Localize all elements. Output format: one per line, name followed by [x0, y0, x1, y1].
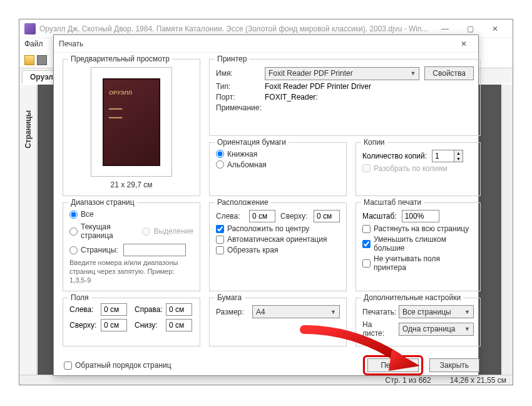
printer-note-label: Примечание:	[216, 103, 260, 112]
check-shrink[interactable]: Уменьшить слишком большие	[362, 235, 474, 252]
paper-size-value: A4	[256, 308, 265, 316]
paper-size-combo[interactable]: A4▼	[252, 305, 340, 318]
vertical-scrollbar[interactable]	[502, 85, 513, 375]
printer-type-value: Foxit Reader PDF Printer Driver	[265, 82, 371, 91]
preview-group: Предварительный просмотр ОРУЭЛЛ ━━━━━━ 2…	[63, 59, 200, 196]
orientation-group: Ориентация бумаги Книжная Альбомная	[209, 142, 347, 197]
main-title: Оруэлл Дж. Скотный Двор. 1984. Памяти Ка…	[39, 24, 432, 33]
margin-left-input[interactable]	[101, 303, 127, 316]
scale-label: Масштаб:	[362, 212, 397, 221]
layout-group-title: Расположение	[215, 198, 271, 207]
dialog-title: Печать	[59, 39, 454, 48]
orientation-group-title: Ориентация бумаги	[215, 138, 289, 147]
printer-port-label: Порт:	[216, 93, 260, 102]
copies-group-title: Копии	[361, 138, 387, 147]
check-collate: Разобрать по копиям	[362, 164, 474, 173]
close-dialog-button[interactable]: Закрыть	[429, 358, 479, 372]
spin-down-icon[interactable]: ▼	[454, 156, 463, 162]
scale-group-title: Масштаб печати	[361, 198, 424, 207]
margin-bottom-label: Снизу:	[135, 321, 163, 330]
preview-page: ОРУЭЛЛ ━━━━━━	[91, 67, 172, 177]
printer-name-combo[interactable]: Foxit Reader PDF Printer▼	[265, 67, 419, 80]
check-crop[interactable]: Обрезать края	[216, 246, 340, 254]
margin-right-label: Справа:	[135, 305, 163, 314]
layout-left-label: Слева:	[216, 212, 244, 221]
extra-group: Дополнительные настройки Печатать: Все с…	[356, 298, 481, 346]
printer-name-label: Имя:	[216, 69, 260, 78]
print-button[interactable]: Печать	[367, 358, 418, 372]
range-pages-input[interactable]	[123, 244, 186, 256]
preview-dimensions: 21 x 29,7 см	[111, 180, 153, 189]
radio-landscape-input[interactable]	[216, 160, 224, 169]
range-group: Диапазон страниц Все Текущая страница Вы…	[63, 202, 200, 291]
printer-port-value: FOXIT_Reader:	[265, 93, 318, 102]
paper-group: Бумага Размер: A4▼	[209, 298, 347, 346]
scale-group: Масштаб печати Масштаб: Растянуть на всю…	[356, 202, 481, 291]
margin-top-label: Сверху:	[69, 321, 98, 330]
radio-range-all[interactable]: Все	[69, 210, 193, 219]
layout-group: Расположение Слева: Сверху: Расположить …	[209, 202, 347, 291]
range-group-title: Диапазон страниц	[68, 198, 137, 207]
printer-properties-button[interactable]: Свойства	[424, 66, 474, 80]
preview-group-title: Предварительный просмотр	[68, 55, 172, 63]
radio-portrait[interactable]: Книжная	[216, 150, 340, 159]
radio-landscape[interactable]: Альбомная	[216, 160, 340, 169]
printer-name-value: Foxit Reader PDF Printer	[269, 69, 353, 78]
book-cover-preview: ОРУЭЛЛ ━━━━━━	[103, 78, 160, 166]
print-button-highlight: Печать	[363, 355, 422, 375]
side-panel-tab[interactable]: Страницы	[19, 85, 37, 375]
check-ignore-margins[interactable]: Не учитывать поля принтера	[362, 254, 474, 272]
menu-file[interactable]: Файл	[24, 39, 43, 48]
close-button[interactable]: ✕	[483, 20, 508, 38]
check-collate-input	[362, 164, 371, 172]
printer-group: Принтер Имя: Foxit Reader PDF Printer▼ С…	[209, 59, 481, 136]
radio-range-current[interactable]: Текущая страница	[69, 222, 137, 240]
scale-input[interactable]	[402, 210, 439, 222]
print-what-label: Печатать:	[362, 308, 394, 316]
check-reverse-order[interactable]: Обратный порядок страниц	[64, 361, 171, 370]
copies-count-label: Количество копий:	[362, 152, 427, 160]
print-what-combo[interactable]: Все страницы▼	[399, 305, 474, 318]
margins-group-title: Поля	[68, 293, 91, 302]
print-icon[interactable]	[37, 55, 47, 65]
per-sheet-value: Одна страница	[402, 325, 455, 333]
margin-left-label: Слева:	[69, 305, 98, 314]
range-hint: Введите номера и/или диапазоны страниц ч…	[69, 259, 193, 284]
margin-right-input[interactable]	[166, 303, 192, 316]
printer-type-label: Тип:	[216, 82, 260, 91]
app-icon	[24, 23, 36, 34]
check-center[interactable]: Расположить по центру	[216, 224, 340, 233]
check-autoorient[interactable]: Автоматическая ориентация	[216, 235, 340, 244]
radio-range-selection: Выделение	[142, 227, 193, 236]
paper-size-label: Размер:	[216, 308, 247, 316]
layout-top-label: Сверху:	[280, 212, 309, 221]
chevron-down-icon: ▼	[410, 70, 416, 76]
book-title: ОРУЭЛЛ	[109, 90, 154, 96]
print-dialog: Печать ✕ Предварительный просмотр ОРУЭЛЛ…	[53, 34, 479, 376]
layout-left-input[interactable]	[249, 210, 275, 222]
per-sheet-label: На листе:	[362, 320, 394, 338]
radio-range-pages[interactable]: Страницы:	[69, 246, 118, 254]
chevron-down-icon: ▼	[464, 309, 470, 315]
margins-group: Поля Слева: Справа: Сверху: Снизу:	[63, 298, 200, 346]
chevron-down-icon: ▼	[330, 309, 336, 315]
layout-top-input[interactable]	[314, 210, 340, 222]
radio-portrait-input[interactable]	[216, 150, 224, 158]
per-sheet-combo[interactable]: Одна страница▼	[399, 323, 474, 336]
dialog-footer: Обратный порядок страниц Печать Закрыть	[63, 353, 481, 375]
dialog-titlebar: Печать ✕	[54, 35, 478, 53]
copies-spinner[interactable]: ▲▼	[432, 150, 463, 162]
open-icon[interactable]	[24, 55, 34, 65]
dialog-close-button[interactable]: ✕	[454, 36, 473, 51]
margin-bottom-input[interactable]	[166, 319, 192, 331]
spin-up-icon[interactable]: ▲	[454, 150, 463, 156]
copies-group: Копии Количество копий: ▲▼ Разобрать по …	[356, 142, 481, 197]
print-what-value: Все страницы	[402, 308, 451, 316]
margin-top-input[interactable]	[101, 319, 127, 331]
paper-group-title: Бумага	[215, 293, 244, 302]
check-stretch[interactable]: Растянуть на всю страницу	[362, 224, 474, 233]
extra-group-title: Дополнительные настройки	[361, 293, 463, 302]
printer-group-title: Принтер	[215, 55, 249, 63]
copies-input[interactable]	[432, 150, 454, 162]
side-label-pages: Страницы	[24, 110, 33, 148]
